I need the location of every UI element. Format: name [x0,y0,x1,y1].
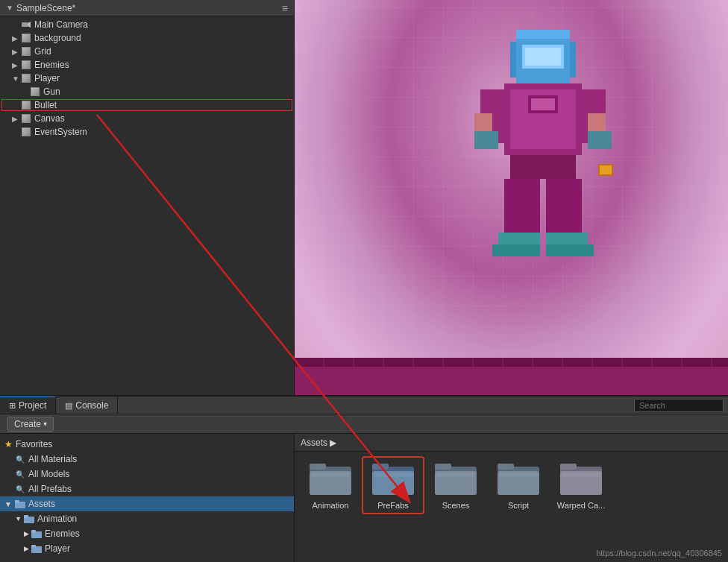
hierarchy-item-grid[interactable]: Grid [0,45,294,58]
svg-rect-0 [22,22,28,27]
console-tab-icon [65,400,72,411]
svg-rect-5 [516,30,570,39]
hierarchy-item-player[interactable]: Player [0,72,294,85]
svg-rect-40 [311,473,350,477]
icon-enemies [21,60,31,70]
arrow-background [12,34,19,42]
hierarchy-header: ▼ SampleScene* ≡ [0,0,294,16]
icon-grid [21,46,31,57]
hierarchy-item-eventsystem[interactable]: EventSystem [0,125,294,139]
tab-console[interactable]: Console [56,397,118,414]
svg-rect-23 [474,131,498,149]
hierarchy-item-canvas[interactable]: Canvas [0,112,294,125]
hierarchy-panel: ▼ SampleScene* ≡ Main Camera [0,0,295,395]
svg-rect-38 [310,464,326,470]
tab-project[interactable]: Project [0,397,56,414]
hierarchy-item-background[interactable]: background [0,31,294,45]
svg-rect-56 [562,473,600,477]
arrow-enemies [12,61,19,69]
assets-folder-icon [15,499,25,508]
create-button[interactable]: Create [7,417,54,432]
pixel-character [462,30,627,285]
icon-main-camera [21,19,31,30]
assets-tree-player[interactable]: ▶ Player [0,541,294,556]
svg-rect-54 [560,464,577,470]
scene-floor [295,358,728,395]
asset-scenes[interactable]: Scenes [426,458,486,513]
sidebar-all-materials[interactable]: All Materials [0,452,294,467]
svg-rect-4 [570,42,576,78]
svg-rect-20 [492,244,540,256]
project-sidebar: ★ Favorites All Materials All Models All… [0,434,295,562]
assets-tree-animation[interactable]: ▼ Animation [0,511,294,526]
svg-rect-50 [498,464,514,470]
project-toolbar: Create [0,414,728,434]
assets-breadcrumb: Assets ▶ [295,434,728,452]
hierarchy-item-bullet[interactable]: Bullet [0,98,294,112]
folder-icon-enemies [31,529,42,538]
hierarchy-item-gun[interactable]: Gun [0,85,294,98]
prefabs-folder-icon [371,461,415,498]
svg-rect-36 [31,545,36,548]
arrow-main-camera [12,21,19,28]
asset-warped[interactable]: Warped Ca... [551,458,611,513]
all-materials-icon [15,454,25,464]
hierarchy-menu-icon[interactable]: ≡ [282,2,288,14]
hierarchy-item-enemies[interactable]: Enemies [0,58,294,72]
assets-tree-animation-arrow: ▼ [15,515,22,522]
svg-rect-11 [531,98,555,110]
icon-background [21,33,31,43]
svg-rect-22 [546,244,594,256]
hierarchy-item-main-camera[interactable]: Main Camera [0,18,294,31]
script-folder-icon [496,461,541,498]
assets-folder-grid: Animation PreFabs [295,452,728,519]
asset-prefabs[interactable]: PreFabs [363,458,423,513]
assets-tree-enemies[interactable]: ▶ Enemies [0,526,294,541]
scene-view[interactable] [295,0,728,395]
icon-gun [30,86,40,97]
project-search-input[interactable] [634,399,724,412]
svg-rect-7 [525,48,561,66]
svg-rect-44 [374,473,412,477]
bottom-section: Project Console Create ★ Favorites All M… [0,395,728,562]
url-watermark: https://blog.csdn.net/qq_40306845 [596,549,722,558]
svg-rect-34 [31,530,36,533]
scenes-folder-icon [433,461,478,498]
project-content: ★ Favorites All Materials All Models All… [0,434,728,562]
hierarchy-title: SampleScene* [16,3,75,13]
asset-script[interactable]: Script [489,458,548,513]
arrow-eventsystem [12,128,19,136]
assets-tree-player-arrow: ▶ [24,545,29,552]
icon-canvas [21,113,31,124]
all-models-icon [15,469,25,479]
animation-folder-icon [308,461,353,498]
folder-icon-player [31,544,42,553]
arrow-canvas [12,115,19,122]
project-tab-icon [9,400,16,411]
game-scene-canvas [295,0,728,395]
svg-rect-16 [510,155,576,179]
tab-search-area [634,399,728,412]
arrow-grid [12,48,19,55]
svg-rect-42 [372,464,389,470]
svg-rect-18 [546,179,582,239]
svg-rect-46 [435,464,451,470]
svg-rect-3 [510,42,516,78]
hierarchy-arrow: ▼ [6,4,13,12]
icon-eventsystem [21,127,31,137]
arrow-gun [21,88,28,95]
assets-tree-header[interactable]: ▼ Assets [0,496,294,511]
svg-rect-48 [436,473,475,477]
arrow-player [12,75,19,82]
favorites-star-icon: ★ [4,439,13,449]
assets-tree-arrow: ▼ [4,500,12,508]
scene-item-coin [598,164,613,176]
asset-animation[interactable]: Animation [301,458,360,513]
hierarchy-items-list: Main Camera background Grid Enemies [0,16,294,395]
sidebar-all-prefabs[interactable]: All Prefabs [0,482,294,496]
favorites-header[interactable]: ★ Favorites [0,437,294,452]
sidebar-all-models[interactable]: All Models [0,467,294,482]
folder-icon-animation [24,514,34,523]
svg-rect-17 [504,179,540,239]
arrow-bullet [12,101,19,109]
